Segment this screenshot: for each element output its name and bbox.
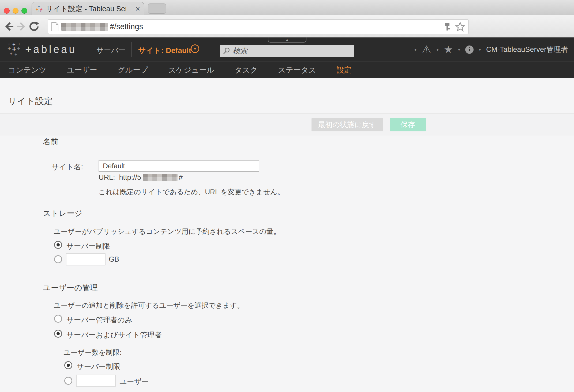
nav-item-tasks[interactable]: タスク [235, 65, 258, 75]
page-title: サイト設定 [8, 95, 53, 107]
censored-url-host [61, 23, 108, 31]
settings-page: サイト設定 最初の状態に戻す 保存 名前 サイト名: URL: http://5… [0, 78, 574, 392]
url-path-text: #/settings [110, 22, 143, 31]
save-button[interactable]: 保存 [390, 118, 426, 131]
tab-title: サイト設定 - Tableau Server [46, 4, 126, 14]
storage-description: ユーザーがパブリッシュするコンテンツ用に予約されるスペースの量。 [54, 227, 280, 236]
site-dropdown-icon[interactable]: ▼ [191, 44, 199, 53]
user-name[interactable]: CM-TableauServer管理者 [486, 45, 568, 54]
user-server-limit-label: サーバー制限 [77, 362, 120, 371]
user-limit-input[interactable] [76, 375, 116, 387]
bookmark-star-icon[interactable] [455, 22, 465, 32]
site-nav: コンテンツ ユーザー グループ スケジュール タスク ステータス 設定 [0, 62, 574, 78]
url-label: URL: [99, 173, 115, 182]
header-server-link[interactable]: サーバー [96, 45, 126, 55]
alerts-dropdown-icon[interactable]: ▾ [414, 47, 417, 52]
site-name-input[interactable] [99, 160, 259, 172]
search-input[interactable] [233, 47, 345, 55]
storage-custom-limit-radio[interactable] [54, 255, 62, 263]
server-and-site-admins-radio[interactable] [54, 330, 62, 338]
back-button[interactable] [4, 21, 14, 32]
storage-section-heading: ストレージ [43, 208, 82, 219]
url-prefix: http://5 [119, 173, 141, 182]
user-description: ユーザーの追加と削除を許可するユーザーを選択できます。 [54, 301, 244, 310]
url-bar[interactable]: #/settings [48, 19, 469, 34]
reset-button[interactable]: 最初の状態に戻す [312, 118, 383, 131]
page-icon [51, 22, 59, 31]
header-site-selector[interactable]: サイト: Default [138, 45, 191, 56]
alerts-warning-icon[interactable]: ⚠ [422, 44, 431, 55]
scroll-up-hint[interactable]: ▲ [268, 37, 306, 43]
browser-tab-strip: + + + + + サイト設定 - Tableau Server × [0, 0, 574, 15]
name-section-heading: 名前 [43, 136, 58, 147]
browser-tab[interactable]: + + + + + サイト設定 - Tableau Server × [32, 2, 144, 15]
search-icon [223, 47, 230, 55]
url-suffix: # [179, 173, 183, 182]
server-admins-only-label: サーバー管理者のみ [66, 315, 132, 325]
storage-unit-label: GB [109, 255, 119, 264]
user-custom-limit-radio[interactable] [64, 377, 72, 385]
close-window-button[interactable] [4, 8, 10, 14]
search-box[interactable] [220, 45, 354, 57]
forward-button[interactable] [16, 21, 27, 32]
nav-item-settings[interactable]: 設定 [336, 65, 351, 75]
info-dropdown-icon[interactable]: ▾ [458, 47, 460, 52]
tableau-logo[interactable]: + + + + + + + + +ableau [7, 42, 77, 57]
storage-server-limit-label: サーバー制限 [66, 241, 110, 251]
site-url-line: URL: http://5 # [99, 173, 183, 182]
new-tab-button[interactable] [148, 3, 166, 14]
tableau-header: + + + + + + + + +ableau サーバー サイト: Defaul… [0, 37, 574, 62]
minimize-window-button[interactable] [13, 8, 18, 14]
censored-site-url [143, 174, 178, 181]
nav-item-status[interactable]: ステータス [278, 65, 316, 75]
nav-item-groups[interactable]: グループ [118, 65, 148, 75]
nav-item-schedules[interactable]: スケジュール [168, 65, 214, 75]
tableau-logo-text: +ableau [25, 43, 77, 55]
reload-button[interactable] [29, 21, 40, 32]
tab-close-icon[interactable]: × [135, 5, 140, 13]
browser-window: + + + + + サイト設定 - Tableau Server × [0, 0, 574, 392]
tableau-favicon-icon: + + + + + [36, 5, 43, 13]
favorites-dropdown-icon[interactable]: ▾ [436, 47, 439, 52]
user-limit-label: ユーザー数を制限: [63, 348, 122, 357]
server-admins-only-radio[interactable] [54, 315, 62, 323]
user-unit-label: ユーザー [119, 377, 149, 386]
site-name-label: サイト名: [43, 162, 83, 172]
storage-server-limit-radio[interactable] [54, 241, 62, 249]
nav-item-users[interactable]: ユーザー [67, 65, 97, 75]
action-toolbar: 最初の状態に戻す 保存 [0, 113, 574, 135]
user-section-heading: ユーザーの管理 [43, 283, 98, 293]
nav-item-contents[interactable]: コンテンツ [8, 65, 46, 75]
favorites-star-icon[interactable]: ★ [444, 44, 453, 55]
server-and-site-admins-label: サーバーおよびサイト管理者 [66, 330, 162, 340]
site-url-note: これは既定のサイトであるため、URL を変更できません。 [99, 187, 284, 197]
zoom-window-button[interactable] [21, 8, 27, 14]
header-divider [131, 42, 132, 57]
key-icon[interactable] [444, 22, 450, 32]
tableau-logo-icon: + + + + + + + + [7, 42, 22, 57]
info-icon[interactable]: i [465, 45, 474, 54]
scroll-up-icon: ▲ [285, 37, 289, 42]
storage-limit-input[interactable] [66, 253, 106, 265]
user-dropdown-icon[interactable]: ▾ [479, 47, 481, 52]
browser-toolbar: #/settings NICO S [0, 15, 574, 37]
user-server-limit-radio[interactable] [64, 361, 72, 369]
